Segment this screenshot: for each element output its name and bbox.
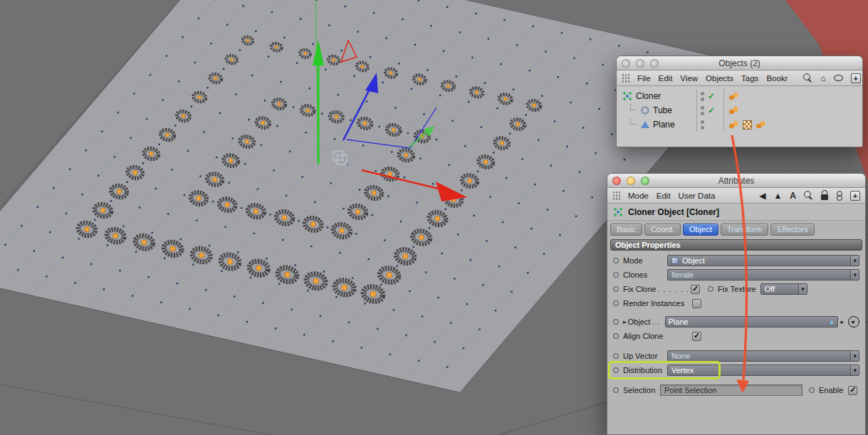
tab-object[interactable]: Object: [683, 224, 718, 236]
row-selection: Selection Point Selection Enable ✓: [607, 383, 865, 397]
tab-basic[interactable]: Basic: [610, 224, 642, 236]
menu-file[interactable]: File: [637, 74, 651, 83]
cloner-icon: [613, 207, 623, 217]
object-name[interactable]: Cloner: [636, 91, 661, 101]
fix-texture-label: Fix Texture: [718, 285, 756, 293]
chevron-down-icon[interactable]: ▾: [850, 351, 859, 361]
section-header[interactable]: Object Properties: [610, 239, 862, 251]
keyframe-dot[interactable]: [613, 387, 619, 393]
tab-transform[interactable]: Transform: [721, 224, 769, 236]
close-button[interactable]: [612, 177, 621, 185]
tree-row-cloner[interactable]: Cloner ✓: [617, 89, 862, 103]
search-icon[interactable]: [804, 191, 813, 200]
up-vector-dropdown[interactable]: None ▾: [667, 350, 859, 362]
menu-bookmarks[interactable]: Bookr: [766, 74, 788, 83]
clones-value: Iterate: [671, 271, 694, 279]
phong-tag-icon[interactable]: [728, 92, 739, 101]
keyframe-dot[interactable]: [613, 300, 619, 306]
attribute-tabs: Basic Coord. Object Transform Effectors: [607, 221, 865, 238]
palette-grip-icon[interactable]: [622, 73, 629, 83]
object-name[interactable]: Tube: [653, 105, 672, 115]
keyframe-dot[interactable]: [708, 286, 713, 292]
menu-tags[interactable]: Tags: [741, 74, 758, 83]
tab-coord[interactable]: Coord.: [644, 224, 681, 236]
eye-icon[interactable]: [834, 75, 843, 81]
link-arrow-icon[interactable]: ▲: [829, 318, 835, 325]
object-link-field[interactable]: Plane ▲: [665, 316, 839, 327]
keyframe-dot[interactable]: [613, 367, 619, 373]
attributes-panel: Attributes Mode Edit User Data ◀ ▲ A + C…: [607, 173, 866, 435]
chevron-down-icon[interactable]: ▾: [798, 284, 807, 294]
selection-tag-icon[interactable]: [755, 120, 766, 130]
attributes-panel-title: Attributes: [718, 176, 755, 186]
zoom-button[interactable]: [650, 59, 659, 68]
objects-titlebar[interactable]: Objects (2): [617, 56, 862, 70]
object-name[interactable]: Plane: [653, 120, 675, 130]
keyframe-dot[interactable]: [613, 286, 619, 292]
pick-object-button[interactable]: ►: [848, 316, 859, 327]
zoom-button[interactable]: [641, 177, 649, 185]
history-back-icon[interactable]: ◀: [759, 192, 765, 200]
window-controls: [622, 59, 659, 68]
texture-tag-icon[interactable]: [743, 120, 752, 130]
chevron-down-icon[interactable]: ▾: [850, 365, 859, 375]
cloner-icon: [622, 91, 632, 101]
keyframe-dot[interactable]: [809, 387, 815, 393]
enabled-check-icon[interactable]: ✓: [708, 91, 715, 101]
enabled-check-icon[interactable]: ✓: [708, 105, 715, 115]
mode-dropdown[interactable]: Object ▾: [667, 255, 859, 266]
visibility-dots-icon[interactable]: [700, 91, 705, 102]
menu-objects[interactable]: Objects: [706, 74, 733, 83]
row-up-vector: Up Vector None ▾: [607, 349, 865, 363]
menu-view[interactable]: View: [680, 74, 698, 83]
lock-icon[interactable]: [821, 194, 828, 200]
visibility-dots-icon[interactable]: [700, 105, 705, 116]
tag-cell: [723, 89, 862, 103]
up-vector-label: Up Vector: [623, 352, 667, 360]
keyframe-dot[interactable]: [613, 258, 619, 263]
enable-checkbox[interactable]: ✓: [848, 386, 857, 395]
text-mode-icon[interactable]: A: [790, 192, 796, 200]
close-button[interactable]: [622, 59, 630, 68]
tree-row-plane[interactable]: Plane: [617, 117, 862, 132]
selection-input[interactable]: Point Selection: [660, 384, 802, 396]
distribution-dropdown[interactable]: Vertex ▾: [667, 365, 859, 376]
keyframe-dot[interactable]: [613, 333, 619, 339]
row-object: ▸ Object . . Plane ▲ ▸ ►: [607, 315, 865, 329]
minimize-button[interactable]: [627, 177, 635, 185]
chevron-down-icon[interactable]: ▾: [850, 270, 859, 280]
palette-grip-icon[interactable]: [612, 191, 620, 200]
keyframe-dot[interactable]: [613, 319, 619, 325]
menu-user-data[interactable]: User Data: [679, 192, 716, 200]
disclosure-icon[interactable]: ▸: [623, 318, 627, 325]
tree-row-tube[interactable]: Tube ✓: [617, 103, 862, 117]
plane-icon: [641, 121, 649, 128]
add-panel-button[interactable]: +: [850, 191, 860, 201]
distribution-label: Distribution: [623, 366, 667, 374]
menu-edit[interactable]: Edit: [659, 74, 673, 83]
home-icon[interactable]: ⌂: [820, 74, 825, 83]
search-icon[interactable]: [803, 73, 812, 83]
phong-tag-icon[interactable]: [728, 106, 739, 115]
keyframe-dot[interactable]: [613, 353, 619, 359]
minimize-button[interactable]: [636, 59, 644, 68]
visibility-dots-icon[interactable]: [700, 120, 705, 130]
add-panel-button[interactable]: +: [851, 73, 861, 83]
mode-value: Object: [682, 256, 705, 265]
keyframe-dot[interactable]: [613, 272, 619, 278]
point-selection-tag-icon[interactable]: [728, 120, 739, 130]
chevron-down-icon[interactable]: ▾: [850, 256, 859, 266]
fix-clone-checkbox[interactable]: ✓: [691, 285, 700, 294]
tab-effectors[interactable]: Effectors: [770, 224, 814, 236]
align-clone-checkbox[interactable]: ✓: [692, 332, 701, 341]
fix-texture-value: Off: [765, 285, 775, 293]
clones-dropdown[interactable]: Iterate ▾: [667, 269, 859, 281]
menu-mode[interactable]: Mode: [628, 192, 649, 200]
render-instances-checkbox[interactable]: [692, 299, 701, 308]
attributes-titlebar[interactable]: Attributes: [607, 174, 865, 188]
menu-edit[interactable]: Edit: [657, 192, 671, 200]
arrow-mode-icon[interactable]: ▲: [773, 192, 782, 200]
fix-texture-dropdown[interactable]: Off ▾: [760, 283, 807, 295]
link-icon[interactable]: [836, 191, 842, 201]
disclosure-icon[interactable]: ▸: [840, 318, 844, 325]
